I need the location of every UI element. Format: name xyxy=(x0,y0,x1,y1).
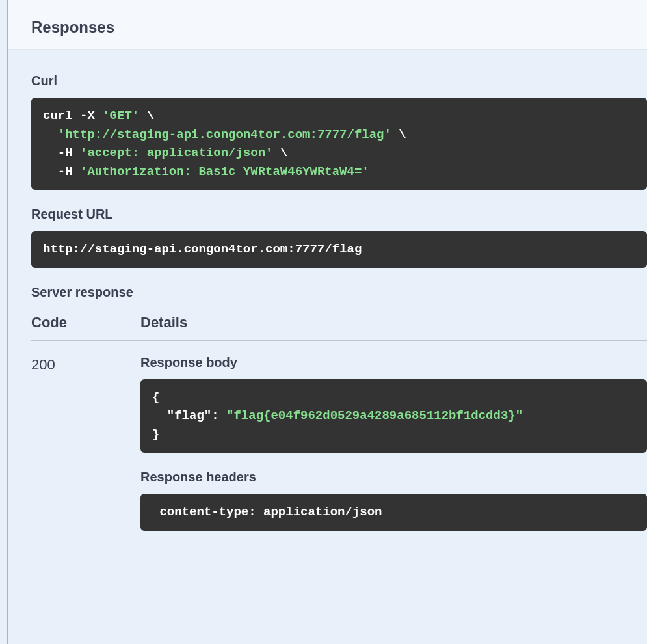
json-brace-open: { xyxy=(152,390,159,405)
request-url-heading: Request URL xyxy=(31,207,647,222)
curl-header-accept: 'accept: application/json' xyxy=(80,146,272,160)
response-body-block[interactable]: { "flag": "flag{e04f962d0529a4289a685112… xyxy=(140,379,647,453)
curl-backslash: \ xyxy=(391,127,406,142)
responses-body: Curl curl -X 'GET' \ 'http://staging-api… xyxy=(8,50,647,574)
curl-flag: -H xyxy=(43,146,80,160)
section-title: Responses xyxy=(8,0,647,50)
curl-backslash: \ xyxy=(139,109,154,123)
json-value-flag: "flag{e04f962d0529a4289a685112bf1dcdd3}" xyxy=(226,409,523,423)
request-url-value: http://staging-api.congon4tor.com:7777/f… xyxy=(43,242,362,256)
curl-text: curl -X xyxy=(43,109,102,123)
col-details-header: Details xyxy=(140,314,647,331)
response-body-heading: Response body xyxy=(140,355,647,370)
curl-backslash: \ xyxy=(272,146,287,160)
request-url-block[interactable]: http://staging-api.congon4tor.com:7777/f… xyxy=(31,231,647,268)
json-colon: : xyxy=(211,409,226,423)
json-key-flag: "flag" xyxy=(152,409,211,423)
json-brace-close: } xyxy=(152,427,159,442)
response-headers-block[interactable]: content-type: application/json xyxy=(140,494,647,531)
response-row: 200 Response body { "flag": "flag{e04f96… xyxy=(31,355,647,548)
curl-heading: Curl xyxy=(31,74,647,88)
curl-method: 'GET' xyxy=(102,109,139,123)
response-details: Response body { "flag": "flag{e04f962d05… xyxy=(140,355,647,548)
curl-indent xyxy=(43,127,58,142)
curl-url: 'http://staging-api.congon4tor.com:7777/… xyxy=(58,127,391,142)
col-code-header: Code xyxy=(31,314,140,331)
response-headers-heading: Response headers xyxy=(140,470,647,485)
curl-code-block[interactable]: curl -X 'GET' \ 'http://staging-api.cong… xyxy=(31,98,647,190)
curl-flag: -H xyxy=(43,165,80,179)
responses-panel: Responses Curl curl -X 'GET' \ 'http://s… xyxy=(7,0,647,644)
response-table-head: Code Details xyxy=(31,309,647,341)
server-response-heading: Server response xyxy=(31,285,647,300)
response-header-content-type: content-type: application/json xyxy=(152,505,390,519)
curl-header-auth: 'Authorization: Basic YWRtaW46YWRtaW4=' xyxy=(80,165,369,179)
response-code: 200 xyxy=(31,355,140,548)
